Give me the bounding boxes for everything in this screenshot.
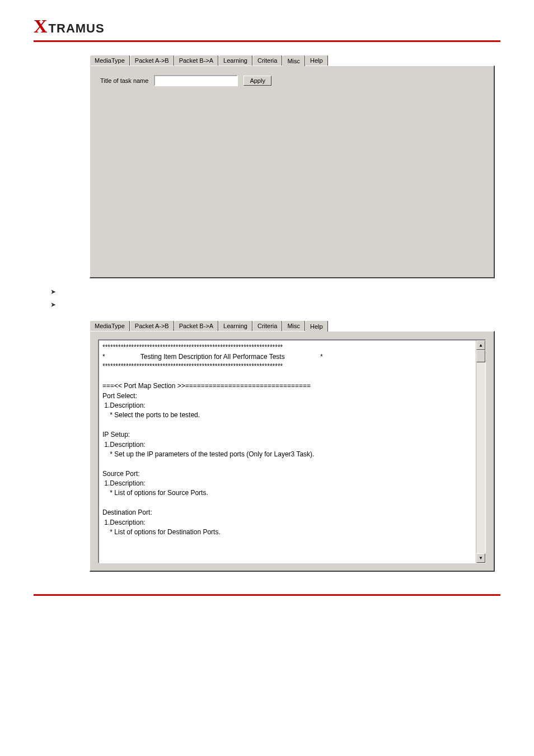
tab-learning[interactable]: Learning <box>218 320 252 331</box>
help-panel: MediaType Packet A->B Packet B->A Learni… <box>90 319 495 572</box>
help-body: ****************************************… <box>90 331 495 572</box>
title-input[interactable] <box>154 75 238 86</box>
bullet-list: ➤ ➤ <box>50 287 500 310</box>
logo-text: TRAMUS <box>49 21 105 36</box>
tab-learning[interactable]: Learning <box>218 55 252 66</box>
tab-mediatype[interactable]: MediaType <box>90 320 130 331</box>
tab-packet-ba[interactable]: Packet B->A <box>174 55 218 66</box>
help-textarea[interactable]: ****************************************… <box>98 339 486 563</box>
help-tabs: MediaType Packet A->B Packet B->A Learni… <box>90 319 495 331</box>
logo: X TRAMUS <box>34 17 500 36</box>
chevron-right-icon: ➤ <box>50 287 56 297</box>
tab-help[interactable]: Help <box>305 320 328 332</box>
tab-misc[interactable]: Misc <box>282 55 305 66</box>
bullet-item: ➤ <box>50 300 500 310</box>
scroll-down-icon[interactable]: ▼ <box>476 553 485 563</box>
tab-criteria[interactable]: Criteria <box>252 320 282 331</box>
footer-rule <box>34 594 500 596</box>
title-label: Title of task name <box>100 77 148 84</box>
misc-tabs: MediaType Packet A->B Packet B->A Learni… <box>90 53 495 66</box>
title-row: Title of task name Apply <box>100 75 484 86</box>
help-text-content[interactable]: ****************************************… <box>99 340 476 563</box>
tab-packet-ba[interactable]: Packet B->A <box>174 320 218 331</box>
misc-panel: MediaType Packet A->B Packet B->A Learni… <box>90 53 495 278</box>
tab-help[interactable]: Help <box>305 55 328 66</box>
scroll-up-icon[interactable]: ▲ <box>476 340 485 350</box>
tab-misc[interactable]: Misc <box>282 320 305 331</box>
bullet-item: ➤ <box>50 287 500 297</box>
tab-mediatype[interactable]: MediaType <box>90 55 130 66</box>
logo-x: X <box>34 17 48 36</box>
chevron-right-icon: ➤ <box>50 300 56 310</box>
page-header: X TRAMUS <box>34 17 500 42</box>
tab-packet-ab[interactable]: Packet A->B <box>130 55 174 66</box>
scrollbar[interactable]: ▲ ▼ <box>476 340 485 563</box>
apply-button[interactable]: Apply <box>243 76 271 86</box>
tab-packet-ab[interactable]: Packet A->B <box>130 320 174 331</box>
scroll-track[interactable] <box>476 350 485 553</box>
tab-criteria[interactable]: Criteria <box>252 55 282 66</box>
scroll-thumb[interactable] <box>476 350 485 362</box>
misc-body: Title of task name Apply <box>90 66 495 278</box>
